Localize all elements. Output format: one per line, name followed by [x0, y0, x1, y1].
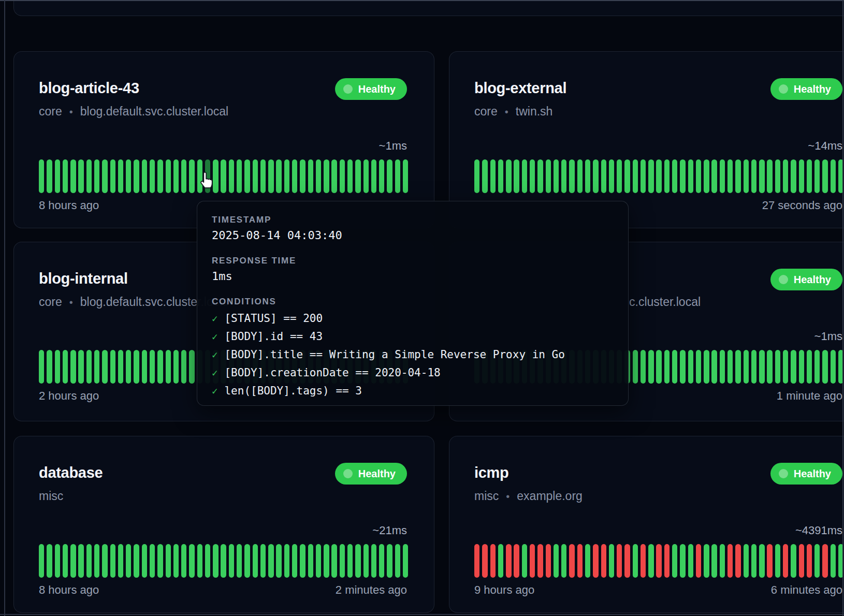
uptime-history[interactable]	[474, 544, 844, 578]
uptime-bar[interactable]	[253, 544, 258, 578]
uptime-bar[interactable]	[814, 350, 820, 384]
uptime-bar[interactable]	[783, 159, 788, 193]
uptime-bar[interactable]	[189, 159, 194, 193]
uptime-bar[interactable]	[166, 159, 171, 193]
uptime-bar[interactable]	[157, 350, 163, 384]
uptime-bar[interactable]	[561, 544, 566, 578]
uptime-bar[interactable]	[783, 350, 788, 384]
uptime-bar[interactable]	[268, 544, 273, 578]
uptime-bar[interactable]	[229, 159, 234, 193]
uptime-bar[interactable]	[331, 544, 337, 578]
uptime-bar[interactable]	[142, 350, 147, 384]
uptime-bar[interactable]	[791, 159, 796, 193]
uptime-bar[interactable]	[522, 544, 527, 578]
uptime-bar[interactable]	[814, 159, 820, 193]
uptime-bar[interactable]	[767, 544, 772, 578]
uptime-bar[interactable]	[554, 544, 559, 578]
uptime-bar[interactable]	[656, 350, 661, 384]
uptime-bar[interactable]	[237, 544, 242, 578]
uptime-bar[interactable]	[118, 544, 123, 578]
uptime-bar[interactable]	[537, 159, 543, 193]
uptime-bar[interactable]	[142, 159, 147, 193]
uptime-bar[interactable]	[720, 544, 725, 578]
uptime-bar[interactable]	[150, 159, 155, 193]
uptime-bar[interactable]	[482, 159, 487, 193]
uptime-bar[interactable]	[63, 544, 68, 578]
uptime-bar[interactable]	[791, 350, 796, 384]
uptime-bar[interactable]	[601, 159, 606, 193]
uptime-bar[interactable]	[799, 544, 804, 578]
uptime-bar[interactable]	[490, 544, 496, 578]
uptime-bar[interactable]	[110, 350, 115, 384]
uptime-bar[interactable]	[624, 159, 630, 193]
uptime-bar[interactable]	[727, 350, 733, 384]
uptime-bar[interactable]	[664, 350, 670, 384]
uptime-bar[interactable]	[292, 159, 297, 193]
uptime-bar[interactable]	[308, 159, 313, 193]
uptime-bar[interactable]	[506, 159, 511, 193]
uptime-bar[interactable]	[292, 544, 297, 578]
uptime-bar[interactable]	[268, 159, 273, 193]
uptime-bar[interactable]	[617, 544, 622, 578]
uptime-bar[interactable]	[751, 350, 756, 384]
uptime-bar[interactable]	[70, 159, 76, 193]
uptime-bar[interactable]	[759, 544, 764, 578]
uptime-bar[interactable]	[324, 544, 329, 578]
uptime-bar[interactable]	[189, 350, 194, 384]
uptime-bar[interactable]	[514, 159, 519, 193]
uptime-bar[interactable]	[577, 159, 583, 193]
uptime-bar[interactable]	[395, 544, 400, 578]
uptime-bar[interactable]	[822, 159, 827, 193]
uptime-bar[interactable]	[807, 544, 812, 578]
uptime-bar[interactable]	[601, 544, 606, 578]
uptime-bar[interactable]	[94, 350, 99, 384]
uptime-bar[interactable]	[720, 159, 725, 193]
uptime-bar[interactable]	[633, 350, 638, 384]
uptime-bar[interactable]	[39, 350, 44, 384]
uptime-bar[interactable]	[237, 159, 242, 193]
uptime-bar[interactable]	[775, 350, 780, 384]
uptime-bar[interactable]	[387, 159, 392, 193]
uptime-bar[interactable]	[688, 544, 693, 578]
uptime-bar[interactable]	[807, 350, 812, 384]
uptime-bar[interactable]	[727, 544, 733, 578]
uptime-bar[interactable]	[181, 544, 186, 578]
uptime-bar[interactable]	[379, 544, 384, 578]
uptime-bar[interactable]	[55, 350, 60, 384]
uptime-bar[interactable]	[656, 159, 661, 193]
uptime-bar[interactable]	[569, 159, 574, 193]
uptime-bar[interactable]	[150, 544, 155, 578]
uptime-bar[interactable]	[39, 159, 44, 193]
uptime-bar[interactable]	[474, 544, 479, 578]
uptime-bar[interactable]	[751, 159, 756, 193]
uptime-bar[interactable]	[244, 544, 250, 578]
uptime-bar[interactable]	[641, 350, 646, 384]
uptime-bar[interactable]	[181, 350, 186, 384]
uptime-bar[interactable]	[126, 350, 131, 384]
uptime-bar[interactable]	[648, 159, 653, 193]
uptime-bar[interactable]	[735, 350, 740, 384]
uptime-bar[interactable]	[63, 350, 68, 384]
uptime-bar[interactable]	[617, 159, 622, 193]
uptime-bar[interactable]	[641, 544, 646, 578]
uptime-bar[interactable]	[308, 544, 313, 578]
uptime-bar[interactable]	[118, 350, 123, 384]
uptime-bar[interactable]	[807, 159, 812, 193]
uptime-bar[interactable]	[664, 159, 670, 193]
uptime-bar[interactable]	[221, 544, 226, 578]
uptime-bar[interactable]	[831, 159, 836, 193]
uptime-bar[interactable]	[569, 544, 574, 578]
uptime-bar[interactable]	[633, 544, 638, 578]
uptime-bar[interactable]	[395, 159, 400, 193]
uptime-bar[interactable]	[300, 159, 305, 193]
uptime-bar[interactable]	[554, 159, 559, 193]
uptime-bar[interactable]	[118, 159, 123, 193]
uptime-bar[interactable]	[55, 544, 60, 578]
uptime-bar[interactable]	[799, 159, 804, 193]
uptime-bar[interactable]	[173, 544, 179, 578]
uptime-bar[interactable]	[363, 544, 369, 578]
uptime-bar[interactable]	[711, 544, 717, 578]
uptime-bar[interactable]	[387, 544, 392, 578]
uptime-bar[interactable]	[316, 159, 321, 193]
uptime-bar[interactable]	[561, 159, 566, 193]
